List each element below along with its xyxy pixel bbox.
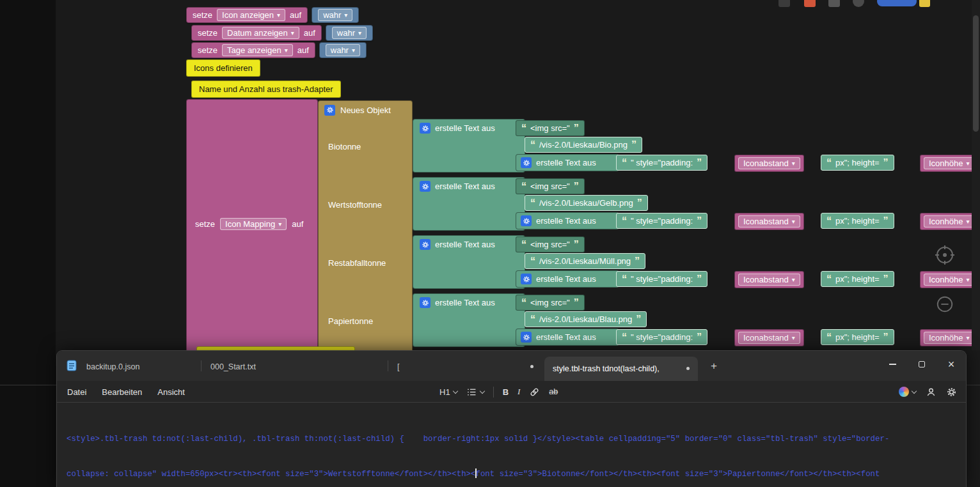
- extensions-puzzle-icon[interactable]: [828, 0, 840, 7]
- mutator-gear-icon[interactable]: [420, 297, 431, 308]
- mutator-gear-icon[interactable]: [521, 215, 532, 226]
- window-controls[interactable]: ×: [878, 351, 966, 378]
- text-join-header[interactable]: erstelle Text aus: [420, 295, 495, 311]
- set-block-tage-anzeigen[interactable]: setze Tage anzeigen▾ auf wahr▾: [191, 42, 367, 58]
- bold-button[interactable]: B: [503, 387, 509, 397]
- comment-block-name-anzahl[interactable]: Name und Anzahl aus trash-Adapter: [191, 81, 341, 98]
- tab-bracket[interactable]: [: [389, 357, 542, 377]
- profile-chip[interactable]: [877, 0, 917, 6]
- variable-block-iconabstand[interactable]: Iconabstand▾: [734, 155, 804, 172]
- string-block-px-height[interactable]: “px"; height=”: [821, 155, 894, 171]
- mutator-gear-icon[interactable]: [324, 105, 335, 116]
- text-join-header[interactable]: erstelle Text aus: [420, 236, 495, 252]
- variable-dropdown[interactable]: Datum anzeigen▾: [222, 27, 299, 39]
- tab-label: [: [397, 362, 399, 371]
- string-block-path[interactable]: “/vis-2.0/Lieskau/Bio.png”: [525, 137, 642, 153]
- mutator-gear-icon[interactable]: [420, 123, 431, 134]
- string-block-path[interactable]: “/vis-2.0/Lieskau/Gelb.png”: [525, 195, 648, 211]
- mutator-gear-icon[interactable]: [420, 239, 431, 250]
- variables-set-block[interactable]: setze Tage anzeigen▾ auf: [191, 42, 315, 58]
- object-field-biotonne[interactable]: Biotonne: [328, 142, 361, 151]
- close-button[interactable]: ×: [937, 351, 966, 378]
- variables-set-block[interactable]: setze Icon anzeigen▾ auf: [186, 7, 308, 23]
- text-join-header[interactable]: erstelle Text aus: [521, 213, 596, 229]
- boolean-dropdown[interactable]: wahr▾: [318, 9, 352, 21]
- string-block-px-height[interactable]: “px"; height=”: [821, 213, 894, 229]
- notepad-window[interactable]: backitup.0.json 000_Start.txt [ style.tb…: [56, 350, 967, 487]
- variable-block-iconhoehe[interactable]: Iconhöhe▾: [920, 155, 980, 172]
- variable-dropdown[interactable]: Icon Mapping▾: [220, 218, 287, 230]
- string-block-padding[interactable]: “" style="padding: ”: [616, 213, 707, 229]
- avatar-yellow[interactable]: [919, 0, 930, 7]
- variable-block-iconabstand[interactable]: Iconabstand▾: [734, 271, 804, 288]
- close-icon: ×: [948, 359, 955, 370]
- variable-block-iconhoehe[interactable]: Iconhöhe▾: [920, 213, 980, 230]
- maximize-button[interactable]: [907, 351, 937, 378]
- text-join-header[interactable]: erstelle Text aus: [420, 120, 495, 136]
- string-block-padding[interactable]: “" style="padding: ”: [616, 329, 707, 345]
- browser-toolbar-icon-2[interactable]: [804, 0, 816, 7]
- variable-block-iconhoehe[interactable]: Iconhöhe▾: [920, 271, 980, 288]
- string-block-path[interactable]: “/vis-2.0/Lieskau/Müll.png”: [525, 253, 645, 269]
- new-tab-button[interactable]: +: [704, 357, 723, 375]
- variable-block-iconabstand[interactable]: Iconabstand▾: [734, 329, 804, 346]
- string-block-img-src[interactable]: “<img src="”: [516, 178, 585, 194]
- settings-button[interactable]: [946, 387, 957, 398]
- variable-block-iconabstand[interactable]: Iconabstand▾: [734, 213, 804, 230]
- pin-icon[interactable]: [853, 0, 864, 7]
- zoom-center-icon[interactable]: [935, 245, 955, 268]
- menu-ansicht[interactable]: Ansicht: [150, 384, 193, 400]
- string-block-img-src[interactable]: “<img src="”: [516, 120, 585, 136]
- variables-set-block[interactable]: setze Datum anzeigen▾ auf: [191, 25, 322, 41]
- mutator-gear-icon[interactable]: [521, 274, 532, 284]
- menu-datei[interactable]: Datei: [59, 384, 94, 400]
- icon-mapping-row[interactable]: setze Icon Mapping▾ auf: [195, 218, 303, 230]
- string-block-path[interactable]: “/vis-2.0/Lieskau/Blau.png”: [525, 311, 647, 327]
- zoom-out-icon[interactable]: [935, 295, 954, 316]
- boolean-dropdown[interactable]: wahr▾: [326, 44, 360, 56]
- string-block-img-src[interactable]: “<img src="”: [516, 295, 585, 311]
- menu-bearbeiten[interactable]: Bearbeiten: [94, 384, 150, 400]
- variable-dropdown[interactable]: Tage anzeigen▾: [222, 44, 293, 56]
- object-field-wertstofftonne[interactable]: Wertstofftonne: [328, 200, 382, 210]
- variable-block-iconhoehe[interactable]: Iconhöhe▾: [920, 329, 980, 346]
- text-join-header[interactable]: erstelle Text aus: [420, 178, 495, 194]
- comment-block-icons-definieren[interactable]: Icons definieren: [186, 59, 260, 77]
- link-button[interactable]: [529, 387, 540, 398]
- object-field-papiertonne[interactable]: Papiertonne: [328, 316, 373, 326]
- text-join-header[interactable]: erstelle Text aus: [521, 155, 596, 171]
- boolean-dropdown[interactable]: wahr▾: [332, 27, 367, 39]
- set-block-icon-anzeigen[interactable]: setze Icon anzeigen▾ auf wahr▾: [186, 7, 359, 23]
- text-join-header[interactable]: erstelle Text aus: [521, 271, 596, 287]
- string-block-padding[interactable]: “" style="padding: ”: [616, 155, 707, 171]
- mutator-gear-icon[interactable]: [521, 157, 532, 168]
- strikethrough-button[interactable]: ab: [549, 387, 558, 396]
- string-block-px-height[interactable]: “px"; height=”: [821, 329, 894, 345]
- string-block-img-src[interactable]: “<img src="”: [516, 236, 585, 252]
- variable-dropdown[interactable]: Icon anzeigen▾: [217, 9, 285, 21]
- browser-toolbar-icon-1[interactable]: [778, 0, 790, 7]
- tab-000-start[interactable]: 000_Start.txt: [202, 357, 386, 377]
- mutator-gear-icon[interactable]: [521, 332, 532, 343]
- tab-style-tbl-trash[interactable]: style.tbl-trash tdnot(last-child),: [544, 357, 698, 381]
- list-button[interactable]: [466, 387, 484, 398]
- account-button[interactable]: [926, 387, 937, 398]
- workspace-scrollbar-thumb[interactable]: [973, 15, 979, 132]
- italic-button[interactable]: I: [518, 387, 520, 397]
- editor-content[interactable]: <style>.tbl-trash td:not(:last-child), .…: [57, 403, 966, 487]
- new-object-header[interactable]: Neues Objekt: [324, 102, 391, 118]
- set-block-datum-anzeigen[interactable]: setze Datum anzeigen▾ auf wahr▾: [191, 25, 373, 41]
- string-block-padding[interactable]: “" style="padding: ”: [616, 271, 707, 287]
- minimize-button[interactable]: [878, 351, 907, 378]
- heading-button[interactable]: H1: [439, 387, 457, 397]
- notepad-tab-bar[interactable]: backitup.0.json 000_Start.txt [ style.tb…: [57, 351, 966, 381]
- boolean-block-wahr[interactable]: wahr▾: [326, 25, 373, 41]
- mutator-gear-icon[interactable]: [420, 181, 431, 192]
- boolean-block-wahr[interactable]: wahr▾: [312, 7, 359, 23]
- boolean-block-wahr[interactable]: wahr▾: [319, 42, 367, 58]
- tab-backitup[interactable]: backitup.0.json: [78, 357, 200, 377]
- text-join-header[interactable]: erstelle Text aus: [521, 329, 596, 345]
- string-block-px-height[interactable]: “px"; height=”: [821, 271, 894, 287]
- copilot-button[interactable]: [899, 387, 916, 397]
- object-field-restabfalltonne[interactable]: Restabfalltonne: [328, 258, 386, 268]
